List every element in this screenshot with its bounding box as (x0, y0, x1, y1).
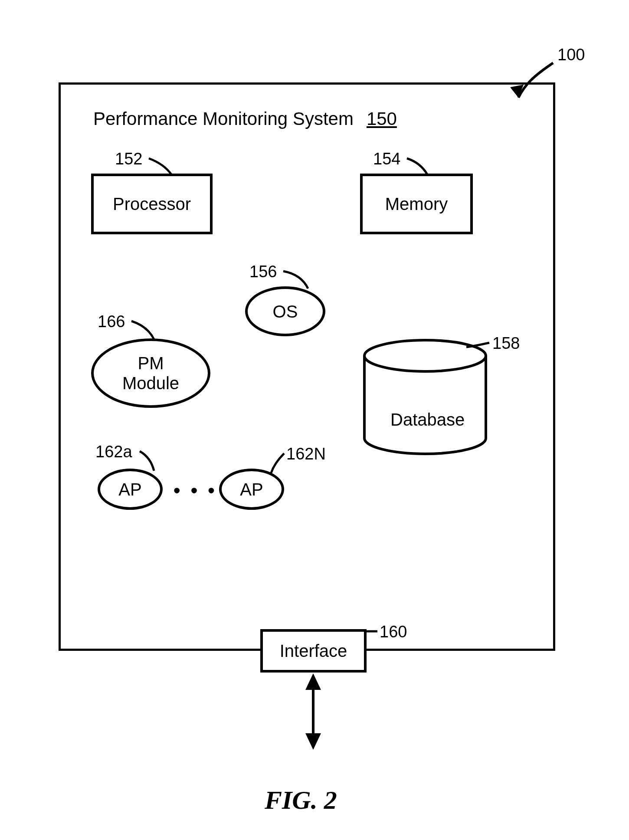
diagram-canvas: 100 Performance Monitoring System 150 Pr… (0, 0, 629, 840)
interface-label: Interface (280, 641, 347, 661)
svg-marker-4 (305, 733, 321, 750)
figure-caption: FIG. 2 (265, 785, 337, 815)
svg-marker-3 (305, 673, 321, 690)
interface-block: Interface (260, 629, 367, 673)
interface-arrow (0, 0, 629, 840)
